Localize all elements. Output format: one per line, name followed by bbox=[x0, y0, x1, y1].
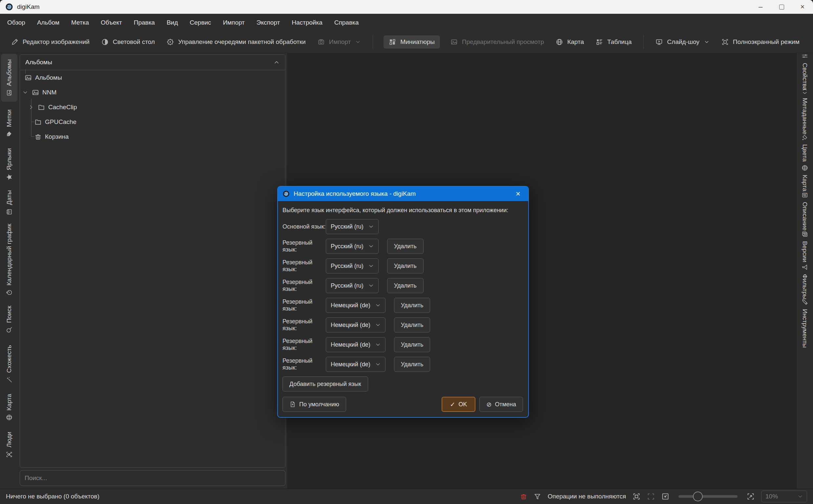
collapse-chevron-icon[interactable] bbox=[273, 59, 280, 66]
tab-people[interactable]: Люди bbox=[1, 428, 17, 462]
tree-connector bbox=[31, 136, 34, 137]
defaults-button[interactable]: По умолчанию bbox=[282, 397, 346, 412]
zoom-slider-handle[interactable] bbox=[693, 492, 703, 501]
menu-edit[interactable]: Правка bbox=[128, 19, 161, 26]
content-area: Альбомы Метки Ярлыки Даты bbox=[0, 53, 813, 489]
tab-metadata[interactable]: Метаданные bbox=[798, 92, 812, 131]
delete-language-button[interactable]: Удалить bbox=[394, 298, 431, 313]
primary-language-select[interactable]: Русский (ru) bbox=[326, 219, 378, 234]
delete-language-button[interactable]: Удалить bbox=[387, 239, 424, 254]
cancel-icon: ⊘ bbox=[486, 401, 492, 408]
chevron-down-icon bbox=[375, 322, 380, 328]
menu-tools[interactable]: Сервис bbox=[184, 19, 217, 26]
tab-tools[interactable]: Инструменты bbox=[798, 302, 812, 345]
fallback-language-select[interactable]: Немецкий (de) bbox=[326, 337, 385, 352]
zoom-in-icon[interactable] bbox=[747, 493, 755, 500]
fit-selection-icon[interactable] bbox=[633, 493, 640, 500]
fallback-language-select[interactable]: Немецкий (de) bbox=[326, 357, 385, 372]
statusbar: Ничего не выбрано (0 объектов) Операции … bbox=[0, 489, 813, 504]
menu-album[interactable]: Альбом bbox=[31, 19, 65, 26]
fullscreen-button[interactable]: Полноэкранный режим bbox=[722, 38, 800, 46]
delete-language-button[interactable]: Удалить bbox=[394, 357, 431, 372]
tab-similarity[interactable]: Схожесть bbox=[1, 341, 17, 387]
tree-row-albums[interactable]: Альбомы bbox=[20, 70, 285, 85]
menu-help[interactable]: Справка bbox=[328, 19, 365, 26]
tab-properties[interactable]: Свойства bbox=[798, 55, 812, 88]
tab-captions[interactable]: Описание bbox=[798, 195, 812, 228]
delete-language-button[interactable]: Удалить bbox=[394, 317, 431, 333]
slideshow-button[interactable]: Слайд-шоу bbox=[656, 38, 710, 46]
minimize-button[interactable]: – bbox=[750, 0, 771, 14]
preview-button[interactable]: Предварительный просмотр bbox=[451, 38, 544, 46]
tab-versions[interactable]: Версии bbox=[798, 232, 812, 262]
toolbar-overflow-chevron[interactable] bbox=[811, 38, 813, 47]
dialog-body: Выберите язык интерфейса, который должен… bbox=[278, 201, 528, 417]
delete-language-button[interactable]: Удалить bbox=[387, 278, 424, 293]
tab-map[interactable]: Карта bbox=[1, 390, 17, 424]
delete-language-button[interactable]: Удалить bbox=[387, 258, 424, 273]
tab-search[interactable]: Поиск bbox=[1, 301, 17, 338]
menu-import[interactable]: Импорт bbox=[217, 19, 250, 26]
tab-map-right[interactable]: Карта bbox=[798, 165, 812, 191]
image-editor-button[interactable]: Редактор изображений bbox=[11, 38, 90, 46]
tab-dates[interactable]: Даты bbox=[1, 187, 17, 218]
toolbar-separator bbox=[373, 35, 373, 49]
filter-status-icon[interactable] bbox=[534, 493, 541, 500]
tab-timeline[interactable]: Календарный график bbox=[1, 222, 17, 298]
map-view-button[interactable]: Карта bbox=[556, 38, 584, 46]
tree-row-cacheclip[interactable]: CacheClip bbox=[20, 100, 285, 114]
digikam-logo-icon bbox=[5, 3, 13, 11]
dialog-close-button[interactable]: × bbox=[513, 189, 524, 198]
tree-connector bbox=[25, 69, 26, 74]
tab-labels[interactable]: Ярлыки bbox=[1, 145, 17, 184]
zoom-slider[interactable] bbox=[679, 495, 738, 498]
table-view-button[interactable]: Таблица bbox=[596, 38, 632, 46]
trash-status-icon[interactable] bbox=[520, 493, 527, 500]
fit-window-icon[interactable] bbox=[661, 493, 669, 500]
tab-albums[interactable]: Альбомы bbox=[1, 54, 17, 102]
maximize-button[interactable] bbox=[771, 0, 792, 14]
tree-row-trash[interactable]: Корзина bbox=[20, 129, 285, 144]
fallback-language-select[interactable]: Русский (ru) bbox=[326, 239, 378, 254]
add-fallback-language-button[interactable]: Добавить резервный язык bbox=[282, 376, 368, 392]
tree-row-gpucache[interactable]: GPUCache bbox=[20, 114, 285, 129]
dialog-titlebar: Настройка используемого языка - digiKam … bbox=[278, 187, 528, 201]
tab-filters[interactable]: Фильтры bbox=[798, 266, 812, 298]
ok-button[interactable]: ✓ OK bbox=[442, 397, 476, 412]
menu-settings[interactable]: Настройка bbox=[286, 19, 328, 26]
batch-queue-button[interactable]: Управление очередями пакетной обработки bbox=[167, 38, 306, 46]
menu-tag[interactable]: Метка bbox=[65, 19, 95, 26]
close-button[interactable]: × bbox=[792, 0, 813, 14]
cancel-button[interactable]: ⊘ Отмена bbox=[479, 397, 523, 412]
light-table-button[interactable]: Световой стол bbox=[101, 38, 155, 46]
tree-row-nnm[interactable]: NNM bbox=[20, 85, 285, 100]
fallback-language-select[interactable]: Русский (ru) bbox=[326, 278, 378, 293]
search-input[interactable]: Поиск... bbox=[20, 470, 285, 486]
fallback-language-select[interactable]: Русский (ru) bbox=[326, 258, 378, 273]
menu-view[interactable]: Вид bbox=[161, 19, 184, 26]
fallback-language-row: Резервный язык: Немецкий (de) Удалить bbox=[282, 317, 523, 333]
thumbnails-button[interactable]: Миниатюры bbox=[383, 35, 440, 49]
sliders-icon bbox=[802, 53, 808, 59]
tab-tags[interactable]: Метки bbox=[1, 105, 17, 142]
delete-language-button[interactable]: Удалить bbox=[394, 337, 431, 352]
menu-browse[interactable]: Обзор bbox=[1, 19, 31, 26]
albums-panel: Альбомы Альбомы NNM bbox=[18, 53, 287, 489]
menu-item[interactable]: Объект bbox=[95, 19, 128, 26]
tab-colors[interactable]: Цвета bbox=[798, 134, 812, 161]
menu-export[interactable]: Экспорт bbox=[251, 19, 286, 26]
import-button[interactable]: Импорт bbox=[317, 38, 361, 46]
search-icon bbox=[6, 327, 12, 333]
chevron-down-icon[interactable] bbox=[22, 90, 29, 95]
fallback-language-select[interactable]: Немецкий (de) bbox=[326, 298, 385, 313]
albums-tree-header[interactable]: Альбомы bbox=[20, 55, 285, 70]
fallback-language-select[interactable]: Немецкий (de) bbox=[326, 317, 385, 333]
versions-icon bbox=[802, 231, 808, 237]
calendar-icon bbox=[6, 209, 12, 215]
zoom-100-icon[interactable] bbox=[647, 493, 655, 500]
camera-icon bbox=[317, 38, 325, 46]
zoom-level-combo[interactable]: 10% bbox=[761, 491, 807, 502]
fallback-language-row: Резервный язык: Русский (ru) Удалить bbox=[282, 239, 523, 254]
slideshow-icon bbox=[656, 38, 663, 46]
star-icon bbox=[6, 174, 12, 180]
